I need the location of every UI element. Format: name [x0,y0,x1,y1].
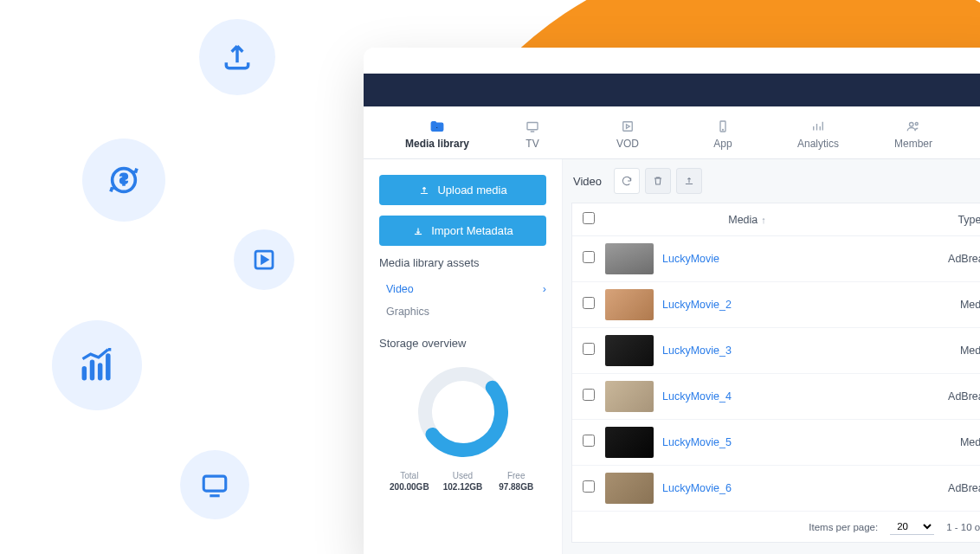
sort-asc-icon: ↑ [761,215,766,225]
play-icon [589,119,667,134]
feature-play-icon [234,229,294,290]
pager-label: Items per page: [809,522,878,532]
table-row: LuckyMovie_3Media [572,328,980,374]
tab-label: App [684,138,762,150]
table-toolbar: Video [563,159,980,203]
export-button[interactable] [676,168,702,194]
analytics-icon [779,119,857,134]
storage-free-label: Free [489,471,543,480]
pager-range: 1 - 10 of 6 [946,522,980,532]
media-name-link[interactable]: LuckyMovie_5 [662,436,732,448]
items-per-page-select[interactable]: 20 [890,519,934,535]
top-navbar [364,74,980,106]
feature-analytics-icon [52,320,142,410]
row-checkbox[interactable] [583,435,595,447]
tab-analytics[interactable]: Analytics [770,106,866,158]
app-window: Media libraryTVVODAppAnalyticsMember Upl… [364,48,980,554]
feature-upload-icon [199,19,275,95]
main-tabs: Media libraryTVVODAppAnalyticsMember [364,106,980,159]
table-row: LuckyMovie_5Media [572,420,980,466]
asset-list: Video›Graphics [379,278,546,323]
media-thumbnail [605,289,654,320]
import-metadata-button[interactable]: Import Metadata [379,216,546,246]
import-metadata-label: Import Metadata [431,224,513,237]
row-checkbox[interactable] [583,343,595,355]
media-thumbnail [605,473,654,504]
assets-section-title: Media library assets [379,256,546,269]
row-checkbox[interactable] [583,297,595,309]
media-type: AdBreak [889,390,980,403]
tab-vod[interactable]: VOD [580,106,675,158]
asset-item-graphics[interactable]: Graphics [386,300,546,323]
table-row: LuckyMovie_4AdBreak [572,374,980,420]
tab-label: VOD [589,138,667,150]
media-name-link[interactable]: LuckyMovie [662,253,719,265]
storage-free-value: 97.88GB [489,482,543,492]
column-media-header[interactable]: Media↑ [605,214,889,226]
storage-used-value: 102.12GB [436,482,490,492]
svg-rect-4 [623,122,633,132]
svg-rect-3 [527,123,538,130]
media-thumbnail [605,427,654,458]
media-type: AdBreak [889,253,980,265]
tab-tv[interactable]: TV [485,106,580,158]
media-thumbnail [605,381,654,412]
svg-point-8 [915,123,918,126]
delete-button[interactable] [645,168,671,194]
media-type: Media [889,299,980,311]
chevron-right-icon: › [543,283,546,295]
feature-monitor-icon [180,450,249,519]
media-name-link[interactable]: LuckyMovie_6 [662,482,732,494]
svg-point-6 [723,129,724,130]
svg-point-7 [910,123,914,127]
refresh-button[interactable] [614,168,640,194]
tab-label: TV [493,138,571,150]
tab-label: Media library [398,138,476,150]
svg-rect-2 [203,476,226,491]
tab-label: Member [874,138,952,150]
column-type-header[interactable]: Type↑ [889,214,980,226]
feature-monetize-icon [82,138,165,222]
row-checkbox[interactable] [583,389,595,401]
media-name-link[interactable]: LuckyMovie_3 [662,345,732,357]
storage-donut [411,360,515,464]
select-all-checkbox[interactable] [583,212,595,224]
table-pager: Items per page: 20 1 - 10 of 6 [572,512,980,542]
storage-total-value: 200.00GB [383,482,436,492]
media-type: AdBreak [889,482,980,494]
media-name-link[interactable]: LuckyMovie_2 [662,299,732,311]
tab-app[interactable]: App [675,106,770,158]
media-type: Media [889,345,980,357]
sidebar: Upload media Import Metadata Media libra… [364,159,563,554]
asset-item-video[interactable]: Video› [386,278,546,300]
table-row: LuckyMovie_2Media [572,282,980,328]
tv-icon [493,119,571,134]
tab-label: Analytics [779,138,857,150]
media-thumbnail [605,335,654,366]
row-checkbox[interactable] [583,480,595,493]
media-name-link[interactable]: LuckyMovie_4 [662,390,732,403]
toolbar-context-label: Video [573,175,602,188]
upload-media-label: Upload media [437,184,506,196]
table-row: LuckyMovie_6AdBreak [572,466,980,512]
member-icon [874,119,952,134]
tab-media-library[interactable]: Media library [390,106,485,158]
media-table: Media↑ Type↑ LuckyMovieAdBreakLuckyMovie… [571,203,980,543]
phone-icon [684,119,762,134]
window-titlebar [364,48,980,74]
upload-media-button[interactable]: Upload media [379,175,546,205]
media-thumbnail [605,243,654,274]
storage-total-label: Total [383,471,436,480]
row-checkbox[interactable] [583,251,595,263]
folder-icon [398,119,476,134]
tab-member[interactable]: Member [866,106,961,158]
table-row: LuckyMovieAdBreak [572,236,980,282]
table-header: Media↑ Type↑ [572,203,980,236]
media-type: Media [889,436,980,448]
